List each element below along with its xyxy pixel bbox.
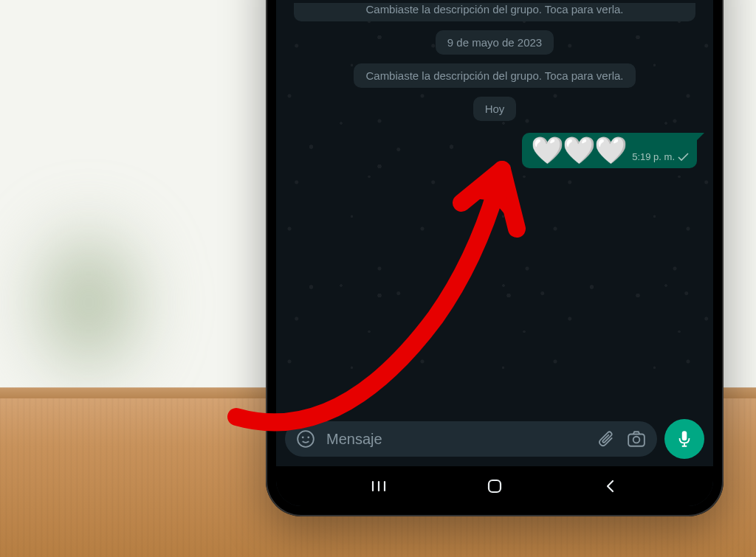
nav-back-button[interactable] [596,471,625,501]
svg-point-2 [307,436,309,438]
nav-recents-button[interactable] [364,471,394,501]
chat-area[interactable]: Cambiaste la descripción del grupo. Toca… [276,0,713,412]
nav-home-button[interactable] [480,471,509,501]
message-meta: 5:19 p. m. [632,151,690,164]
mic-button[interactable] [664,419,704,459]
attach-icon[interactable] [595,429,616,449]
message-input-box[interactable]: Mensaje [285,421,657,457]
whatsapp-doodle-background [276,0,713,412]
message-content: 🤍🤍🤍 [531,137,626,164]
svg-point-0 [298,431,314,447]
emoji-icon[interactable] [295,429,316,449]
date-chip-today: Hoy [473,97,517,121]
android-nav-bar [276,466,713,506]
system-message-chip[interactable]: Cambiaste la descripción del grupo. Toca… [294,3,696,21]
camera-icon[interactable] [626,429,647,449]
phone-screen: Cambiaste la descripción del grupo. Toca… [276,0,713,506]
svg-rect-10 [489,480,501,492]
system-message-chip[interactable]: Cambiaste la descripción del grupo. Toca… [354,63,635,88]
date-chip: 9 de mayo de 2023 [436,30,554,55]
svg-point-4 [633,437,640,443]
message-row-outgoing: 🤍🤍🤍 5:19 p. m. [276,130,713,171]
plant-blur [15,207,162,398]
check-icon [678,153,690,162]
message-bubble[interactable]: 🤍🤍🤍 5:19 p. m. [522,133,697,168]
phone-frame: Cambiaste la descripción del grupo. Toca… [266,0,724,516]
message-input-placeholder[interactable]: Mensaje [326,431,585,448]
svg-point-1 [302,436,304,438]
message-time: 5:19 p. m. [632,151,675,162]
message-input-bar: Mensaje [276,412,713,466]
